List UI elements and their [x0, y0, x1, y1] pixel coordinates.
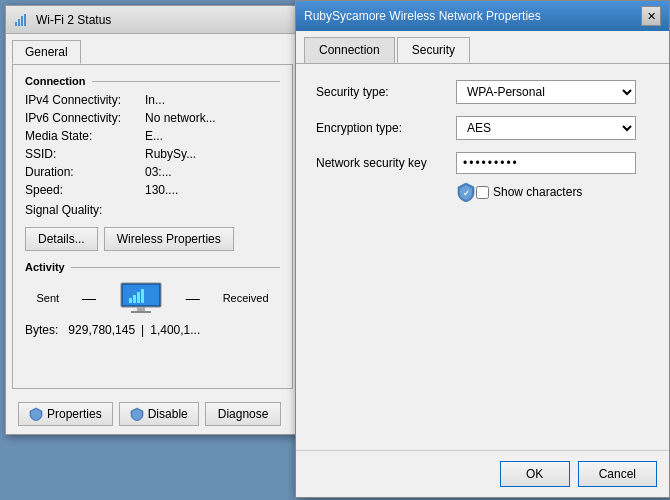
security-type-row: Security type: WPA-Personal WPA2-Persona… [316, 80, 649, 104]
network-key-input[interactable] [456, 152, 636, 174]
wifi-action-buttons: Details... Wireless Properties [25, 227, 280, 251]
show-chars-row: ✓ Show characters [456, 182, 649, 202]
network-monitor-icon [119, 281, 163, 315]
network-key-row: Network security key [316, 152, 649, 174]
tab-connection[interactable]: Connection [304, 37, 395, 63]
wifi-content: Connection IPv4 Connectivity: In... IPv6… [12, 64, 293, 389]
encryption-type-label: Encryption type: [316, 121, 456, 135]
media-state-label: Media State: [25, 129, 145, 143]
security-type-control: WPA-Personal WPA2-Personal WPA3-Personal… [456, 80, 649, 104]
ipv4-row: IPv4 Connectivity: In... [25, 93, 280, 107]
dialog-close-button[interactable]: ✕ [641, 6, 661, 26]
disable-label: Disable [148, 407, 188, 421]
properties-label: Properties [47, 407, 102, 421]
properties-button[interactable]: Properties [18, 402, 113, 426]
wifi-window-title: Wi-Fi 2 Status [36, 13, 291, 27]
ssid-label: SSID: [25, 147, 145, 161]
svg-rect-7 [131, 311, 151, 313]
signal-row: Signal Quality: [25, 203, 280, 217]
tab-security[interactable]: Security [397, 37, 470, 63]
dialog-tabs: Connection Security [296, 31, 669, 64]
speed-row: Speed: 130.... [25, 183, 280, 197]
duration-value: 03:... [145, 165, 280, 179]
bytes-received: 1,400,1... [150, 323, 200, 337]
ipv4-value: In... [145, 93, 280, 107]
svg-rect-9 [133, 295, 136, 303]
svg-rect-11 [141, 289, 144, 303]
properties-dialog: RubySycamore Wireless Network Properties… [295, 0, 670, 498]
media-state-row: Media State: E... [25, 129, 280, 143]
svg-rect-2 [21, 16, 23, 26]
ipv6-value: No network... [145, 111, 280, 125]
dialog-security-content: Security type: WPA-Personal WPA2-Persona… [296, 64, 669, 218]
cancel-button[interactable]: Cancel [578, 461, 657, 487]
show-chars-label[interactable]: Show characters [476, 185, 582, 199]
bytes-sent: 929,780,145 [68, 323, 135, 337]
ipv4-label: IPv4 Connectivity: [25, 93, 145, 107]
svg-rect-10 [137, 292, 140, 303]
tab-general[interactable]: General [12, 40, 81, 64]
wifi-status-window: Wi-Fi 2 Status General Connection IPv4 C… [5, 5, 300, 435]
bytes-row: Bytes: 929,780,145 | 1,400,1... [25, 323, 280, 337]
ssid-value: RubySy... [145, 147, 280, 161]
properties-shield-icon [29, 407, 43, 421]
show-chars-shield-icon: ✓ [456, 182, 476, 202]
signal-label: Signal Quality: [25, 203, 145, 217]
speed-label: Speed: [25, 183, 145, 197]
arrow-left-icon: — [82, 290, 96, 306]
encryption-type-select-wrapper: AES TKIP [456, 116, 636, 140]
media-state-value: E... [145, 129, 280, 143]
show-chars-text: Show characters [493, 185, 582, 199]
wifi-tabs: General [6, 34, 299, 64]
network-key-label: Network security key [316, 156, 456, 170]
encryption-type-select[interactable]: AES TKIP [456, 116, 636, 140]
diagnose-button[interactable]: Diagnose [205, 402, 282, 426]
svg-rect-3 [24, 14, 26, 26]
ipv6-label: IPv6 Connectivity: [25, 111, 145, 125]
security-type-label: Security type: [316, 85, 456, 99]
ipv6-row: IPv6 Connectivity: No network... [25, 111, 280, 125]
encryption-type-control: AES TKIP [456, 116, 649, 140]
show-chars-checkbox[interactable] [476, 186, 489, 199]
svg-rect-6 [137, 307, 145, 311]
activity-section: Activity Sent — [25, 261, 280, 337]
security-type-select-wrapper: WPA-Personal WPA2-Personal WPA3-Personal… [456, 80, 636, 104]
arrow-right-icon: — [186, 290, 200, 306]
wireless-props-button[interactable]: Wireless Properties [104, 227, 234, 251]
dialog-title: RubySycamore Wireless Network Properties [304, 9, 641, 23]
wifi-title-icon [14, 12, 30, 28]
disable-button[interactable]: Disable [119, 402, 199, 426]
disable-shield-icon [130, 407, 144, 421]
ssid-row: SSID: RubySy... [25, 147, 280, 161]
security-type-select[interactable]: WPA-Personal WPA2-Personal WPA3-Personal… [456, 80, 636, 104]
bytes-label: Bytes: [25, 323, 58, 337]
network-key-control [456, 152, 649, 174]
wifi-title-bar: Wi-Fi 2 Status [6, 6, 299, 34]
svg-rect-8 [129, 298, 132, 303]
activity-section-title: Activity [25, 261, 280, 273]
connection-section-title: Connection [25, 75, 280, 87]
duration-label: Duration: [25, 165, 145, 179]
sent-label: Sent [36, 292, 59, 304]
details-button[interactable]: Details... [25, 227, 98, 251]
speed-value: 130.... [145, 183, 280, 197]
duration-row: Duration: 03:... [25, 165, 280, 179]
activity-icons-row: Sent — [25, 281, 280, 315]
svg-text:✓: ✓ [463, 189, 470, 198]
svg-rect-1 [18, 19, 20, 26]
svg-rect-0 [15, 22, 17, 26]
bytes-divider: | [141, 323, 144, 337]
encryption-type-row: Encryption type: AES TKIP [316, 116, 649, 140]
ok-button[interactable]: OK [500, 461, 570, 487]
dialog-footer: OK Cancel [296, 450, 669, 497]
wifi-bottom-buttons: Properties Disable Diagnose [6, 394, 299, 434]
dialog-title-bar: RubySycamore Wireless Network Properties… [296, 1, 669, 31]
received-label: Received [223, 292, 269, 304]
